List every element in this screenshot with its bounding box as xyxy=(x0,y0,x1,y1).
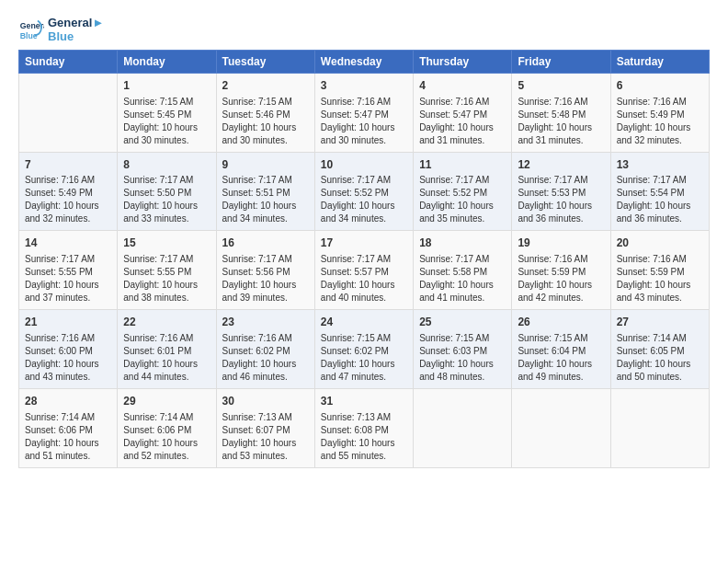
day-number: 12 xyxy=(518,157,604,173)
cell-info: and 46 minutes. xyxy=(222,371,309,384)
day-number: 26 xyxy=(518,315,604,330)
cell-info: Daylight: 10 hours xyxy=(321,358,407,371)
calendar-cell: 17Sunrise: 7:17 AMSunset: 5:57 PMDayligh… xyxy=(314,231,413,310)
header-tuesday: Tuesday xyxy=(216,50,314,73)
calendar-cell: 18Sunrise: 7:17 AMSunset: 5:58 PMDayligh… xyxy=(414,231,512,310)
day-number: 31 xyxy=(321,394,407,409)
cell-info: Daylight: 10 hours xyxy=(518,121,604,134)
day-number: 22 xyxy=(123,315,210,330)
day-number: 5 xyxy=(518,78,604,94)
cell-info: and 38 minutes. xyxy=(123,292,210,304)
cell-info: Daylight: 10 hours xyxy=(222,279,309,292)
cell-info: Sunrise: 7:16 AM xyxy=(419,96,506,109)
cell-info: Sunrise: 7:15 AM xyxy=(123,96,210,109)
header-thursday: Thursday xyxy=(414,50,512,73)
cell-info: Sunrise: 7:15 AM xyxy=(518,332,604,345)
day-number: 27 xyxy=(617,315,703,330)
day-number: 13 xyxy=(617,157,703,173)
day-number: 17 xyxy=(321,236,407,251)
cell-info: Daylight: 10 hours xyxy=(25,358,111,371)
day-number: 2 xyxy=(222,78,309,94)
cell-info: Daylight: 10 hours xyxy=(419,279,506,292)
calendar-cell xyxy=(19,73,118,152)
cell-info: Daylight: 10 hours xyxy=(321,437,407,450)
cell-info: Sunrise: 7:17 AM xyxy=(222,174,309,187)
day-number: 28 xyxy=(25,394,111,409)
cell-info: Sunset: 6:02 PM xyxy=(222,345,309,358)
cell-info: Sunset: 5:50 PM xyxy=(123,187,210,200)
cell-info: Sunrise: 7:16 AM xyxy=(25,332,111,345)
cell-info: Sunrise: 7:16 AM xyxy=(617,96,703,109)
day-number: 29 xyxy=(123,394,210,409)
cell-info: Sunset: 5:45 PM xyxy=(123,109,210,121)
cell-info: and 49 minutes. xyxy=(518,371,604,384)
cell-info: and 50 minutes. xyxy=(617,371,703,384)
cell-info: and 33 minutes. xyxy=(123,213,210,225)
cell-info: and 32 minutes. xyxy=(617,134,703,147)
calendar-cell: 1Sunrise: 7:15 AMSunset: 5:45 PMDaylight… xyxy=(118,73,216,152)
calendar-cell: 19Sunrise: 7:16 AMSunset: 5:59 PMDayligh… xyxy=(512,231,610,310)
cell-info: Sunrise: 7:16 AM xyxy=(518,253,604,266)
calendar-cell: 14Sunrise: 7:17 AMSunset: 5:55 PMDayligh… xyxy=(19,231,118,310)
header-sunday: Sunday xyxy=(19,50,118,73)
cell-info: and 53 minutes. xyxy=(222,450,309,463)
cell-info: and 39 minutes. xyxy=(222,292,309,304)
cell-info: Sunrise: 7:17 AM xyxy=(419,253,506,266)
cell-info: Daylight: 10 hours xyxy=(321,200,407,213)
week-row-2: 7Sunrise: 7:16 AMSunset: 5:49 PMDaylight… xyxy=(19,152,710,231)
cell-info: and 48 minutes. xyxy=(419,371,506,384)
day-number: 14 xyxy=(25,236,111,251)
cell-info: and 52 minutes. xyxy=(123,450,210,463)
week-row-3: 14Sunrise: 7:17 AMSunset: 5:55 PMDayligh… xyxy=(19,231,710,310)
cell-info: Daylight: 10 hours xyxy=(222,200,309,213)
cell-info: Sunrise: 7:16 AM xyxy=(25,174,111,187)
cell-info: Sunset: 5:51 PM xyxy=(222,187,309,200)
cell-info: Sunset: 5:46 PM xyxy=(222,109,309,121)
cell-info: and 41 minutes. xyxy=(419,292,506,304)
cell-info: Sunrise: 7:16 AM xyxy=(617,253,703,266)
day-number: 23 xyxy=(222,315,309,330)
calendar-cell: 29Sunrise: 7:14 AMSunset: 6:06 PMDayligh… xyxy=(118,389,216,468)
cell-info: Sunset: 5:55 PM xyxy=(25,266,111,279)
cell-info: Sunset: 5:53 PM xyxy=(518,187,604,200)
cell-info: and 31 minutes. xyxy=(419,134,506,147)
calendar-cell: 4Sunrise: 7:16 AMSunset: 5:47 PMDaylight… xyxy=(414,73,512,152)
logo: General Blue General► Blue xyxy=(18,17,104,44)
header-saturday: Saturday xyxy=(610,50,709,73)
cell-info: Daylight: 10 hours xyxy=(321,121,407,134)
cell-info: Sunrise: 7:15 AM xyxy=(321,332,407,345)
cell-info: Sunrise: 7:14 AM xyxy=(123,411,210,424)
calendar-cell: 23Sunrise: 7:16 AMSunset: 6:02 PMDayligh… xyxy=(216,310,314,389)
cell-info: Daylight: 10 hours xyxy=(25,437,111,450)
cell-info: Daylight: 10 hours xyxy=(617,358,703,371)
calendar-container: General Blue General► Blue Sunday Monday… xyxy=(0,0,728,477)
cell-info: and 44 minutes. xyxy=(123,371,210,384)
calendar-cell: 22Sunrise: 7:16 AMSunset: 6:01 PMDayligh… xyxy=(118,310,216,389)
cell-info: Sunrise: 7:17 AM xyxy=(321,253,407,266)
day-number: 6 xyxy=(617,78,703,94)
calendar-cell: 7Sunrise: 7:16 AMSunset: 5:49 PMDaylight… xyxy=(19,152,118,231)
cell-info: and 40 minutes. xyxy=(321,292,407,304)
calendar-cell: 5Sunrise: 7:16 AMSunset: 5:48 PMDaylight… xyxy=(512,73,610,152)
cell-info: and 30 minutes. xyxy=(222,134,309,147)
cell-info: and 47 minutes. xyxy=(321,371,407,384)
calendar-cell: 20Sunrise: 7:16 AMSunset: 5:59 PMDayligh… xyxy=(610,231,709,310)
cell-info: Daylight: 10 hours xyxy=(123,121,210,134)
cell-info: Sunset: 5:57 PM xyxy=(321,266,407,279)
cell-info: and 43 minutes. xyxy=(25,371,111,384)
calendar-cell: 8Sunrise: 7:17 AMSunset: 5:50 PMDaylight… xyxy=(118,152,216,231)
day-number: 16 xyxy=(222,236,309,251)
day-number: 1 xyxy=(123,78,210,94)
cell-info: Daylight: 10 hours xyxy=(222,121,309,134)
cell-info: Sunrise: 7:13 AM xyxy=(321,411,407,424)
calendar-cell: 31Sunrise: 7:13 AMSunset: 6:08 PMDayligh… xyxy=(314,389,413,468)
day-number: 15 xyxy=(123,236,210,251)
cell-info: Daylight: 10 hours xyxy=(419,200,506,213)
day-number: 19 xyxy=(518,236,604,251)
cell-info: and 31 minutes. xyxy=(518,134,604,147)
cell-info: Daylight: 10 hours xyxy=(222,358,309,371)
day-number: 21 xyxy=(25,315,111,330)
cell-info: Sunset: 6:03 PM xyxy=(419,345,506,358)
day-number: 20 xyxy=(617,236,703,251)
day-number: 7 xyxy=(25,157,111,173)
